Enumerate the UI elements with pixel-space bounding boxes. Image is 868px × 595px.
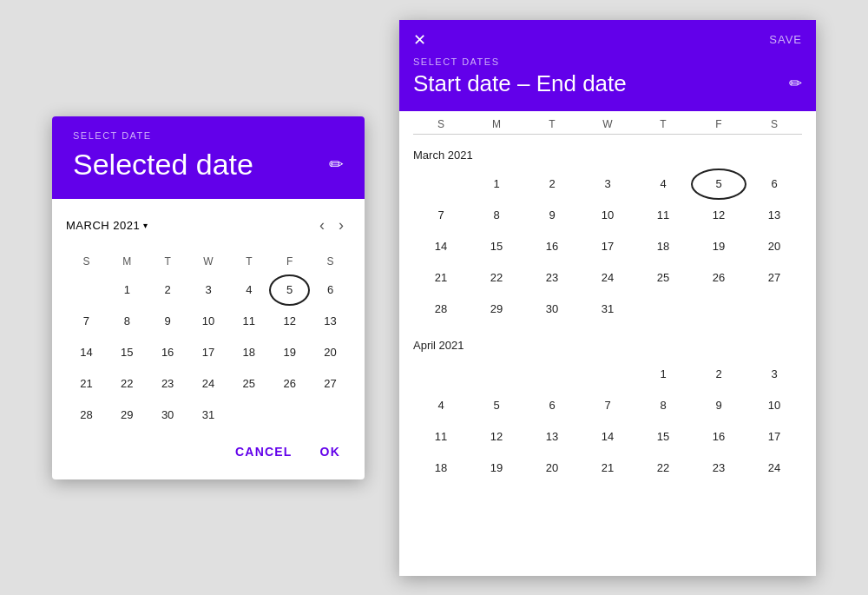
right-day-cell-0-14[interactable]: 14 <box>413 231 469 262</box>
right-day-cell-0-6[interactable]: 6 <box>746 169 802 200</box>
ok-button[interactable]: OK <box>310 438 351 466</box>
right-day-cell-1-17[interactable]: 17 <box>746 421 802 453</box>
right-day-cell-0-25[interactable]: 25 <box>635 262 691 294</box>
right-day-cell-0-19[interactable]: 19 <box>691 231 746 262</box>
next-month-button[interactable]: › <box>332 213 351 238</box>
right-day-cell-0-4[interactable]: 4 <box>635 169 691 200</box>
right-day-cell-1-20[interactable]: 20 <box>524 453 580 484</box>
cancel-button[interactable]: CANCEL <box>225 438 303 466</box>
save-button[interactable]: SAVE <box>769 33 802 46</box>
day-cell-10[interactable]: 10 <box>188 306 229 337</box>
right-day-cell-1-13[interactable]: 13 <box>524 421 580 453</box>
right-day-cell-1-11[interactable]: 11 <box>413 421 469 453</box>
right-day-cell-0-11[interactable]: 11 <box>635 200 691 231</box>
right-day-cell-0-10[interactable]: 10 <box>580 200 635 231</box>
prev-month-button[interactable]: ‹ <box>312 213 332 238</box>
right-day-cell-1-8[interactable]: 8 <box>635 390 691 421</box>
right-day-cell-1-16[interactable]: 16 <box>691 421 746 453</box>
right-day-cell-0-8[interactable]: 8 <box>469 200 524 231</box>
right-day-cell-0-13[interactable]: 13 <box>746 200 802 231</box>
right-day-cell-1-7[interactable]: 7 <box>580 390 635 421</box>
right-day-cell-0-24[interactable]: 24 <box>580 262 635 294</box>
day-cell-13[interactable]: 13 <box>310 306 351 337</box>
day-cell-5[interactable]: 5 <box>269 274 310 306</box>
day-cell-29[interactable]: 29 <box>107 400 148 431</box>
day-cell-27[interactable]: 27 <box>310 368 351 400</box>
right-day-cell-0-15[interactable]: 15 <box>469 231 524 262</box>
day-cell-31[interactable]: 31 <box>188 400 229 431</box>
month-label[interactable]: MARCH 2021 ▾ <box>66 219 148 232</box>
right-day-cell-1-21[interactable]: 21 <box>580 453 635 484</box>
day-cell-17[interactable]: 17 <box>188 337 229 368</box>
day-cell-28[interactable]: 28 <box>66 400 107 431</box>
day-cell-21[interactable]: 21 <box>66 368 107 400</box>
day-cell-4[interactable]: 4 <box>228 274 269 306</box>
right-day-cell-1-18[interactable]: 18 <box>413 453 469 484</box>
right-day-cell-0-29[interactable]: 29 <box>469 294 524 325</box>
day-cell-6[interactable]: 6 <box>310 274 351 306</box>
day-cell-14[interactable]: 14 <box>66 337 107 368</box>
right-day-cell-1-9[interactable]: 9 <box>691 390 746 421</box>
right-day-cell-0-3[interactable]: 3 <box>580 169 635 200</box>
right-day-cell-0-23[interactable]: 23 <box>524 262 580 294</box>
right-day-cell-1-3[interactable]: 3 <box>746 359 802 390</box>
right-day-cell-0-20[interactable]: 20 <box>746 231 802 262</box>
right-day-cell-0-1[interactable]: 1 <box>469 169 524 200</box>
right-day-cell-0-12[interactable]: 12 <box>691 200 746 231</box>
month-section-label-0: March 2021 <box>413 149 802 162</box>
day-cell-11[interactable]: 11 <box>228 306 269 337</box>
right-day-cell-0-2[interactable]: 2 <box>524 169 580 200</box>
right-day-cell-0-28[interactable]: 28 <box>413 294 469 325</box>
right-wh-m: M <box>469 118 524 130</box>
right-months-container: March 2021123456789101112131415161718192… <box>413 149 802 484</box>
right-day-cell-0-26[interactable]: 26 <box>691 262 746 294</box>
day-cell-18[interactable]: 18 <box>228 337 269 368</box>
left-edit-icon[interactable]: ✏ <box>329 154 344 175</box>
close-icon[interactable]: ✕ <box>413 30 426 50</box>
right-day-cell-1-6[interactable]: 6 <box>524 390 580 421</box>
right-header-top: ✕ SAVE <box>413 30 802 50</box>
month-text: MARCH 2021 <box>66 219 140 232</box>
right-day-cell-0-5[interactable]: 5 <box>691 169 746 200</box>
right-day-cell-0-31[interactable]: 31 <box>580 294 635 325</box>
right-day-cell-0-17[interactable]: 17 <box>580 231 635 262</box>
right-day-cell-1-10[interactable]: 10 <box>746 390 802 421</box>
day-cell-16[interactable]: 16 <box>148 337 188 368</box>
right-day-cell-1-23[interactable]: 23 <box>691 453 746 484</box>
day-cell-2[interactable]: 2 <box>148 274 188 306</box>
day-cell-19[interactable]: 19 <box>269 337 310 368</box>
right-day-cell-1-19[interactable]: 19 <box>469 453 524 484</box>
right-day-cell-0-27[interactable]: 27 <box>746 262 802 294</box>
day-cell-1[interactable]: 1 <box>107 274 148 306</box>
right-day-cell-0-21[interactable]: 21 <box>413 262 469 294</box>
right-day-cell-1-2[interactable]: 2 <box>691 359 746 390</box>
right-day-cell-0-9[interactable]: 9 <box>524 200 580 231</box>
right-day-cell-1-15[interactable]: 15 <box>635 421 691 453</box>
day-cell-8[interactable]: 8 <box>107 306 148 337</box>
right-day-cell-0-7[interactable]: 7 <box>413 200 469 231</box>
right-day-cell-0-22[interactable]: 22 <box>469 262 524 294</box>
right-day-cell-1-12[interactable]: 12 <box>469 421 524 453</box>
right-day-cell-1-22[interactable]: 22 <box>635 453 691 484</box>
day-cell-22[interactable]: 22 <box>107 368 148 400</box>
day-cell-3[interactable]: 3 <box>188 274 229 306</box>
right-day-cell-0-18[interactable]: 18 <box>635 231 691 262</box>
day-cell-7[interactable]: 7 <box>66 306 107 337</box>
day-cell-30[interactable]: 30 <box>148 400 188 431</box>
right-day-cell-0-30[interactable]: 30 <box>524 294 580 325</box>
day-cell-26[interactable]: 26 <box>269 368 310 400</box>
right-day-cell-1-1[interactable]: 1 <box>635 359 691 390</box>
right-day-cell-0-16[interactable]: 16 <box>524 231 580 262</box>
day-cell-23[interactable]: 23 <box>148 368 188 400</box>
right-day-cell-1-14[interactable]: 14 <box>580 421 635 453</box>
right-day-cell-1-4[interactable]: 4 <box>413 390 469 421</box>
day-cell-9[interactable]: 9 <box>148 306 188 337</box>
right-edit-icon[interactable]: ✏ <box>789 74 802 93</box>
day-cell-24[interactable]: 24 <box>188 368 229 400</box>
right-day-cell-1-5[interactable]: 5 <box>469 390 524 421</box>
day-cell-15[interactable]: 15 <box>107 337 148 368</box>
day-cell-20[interactable]: 20 <box>310 337 351 368</box>
day-cell-25[interactable]: 25 <box>228 368 269 400</box>
right-day-cell-1-24[interactable]: 24 <box>746 453 802 484</box>
day-cell-12[interactable]: 12 <box>269 306 310 337</box>
